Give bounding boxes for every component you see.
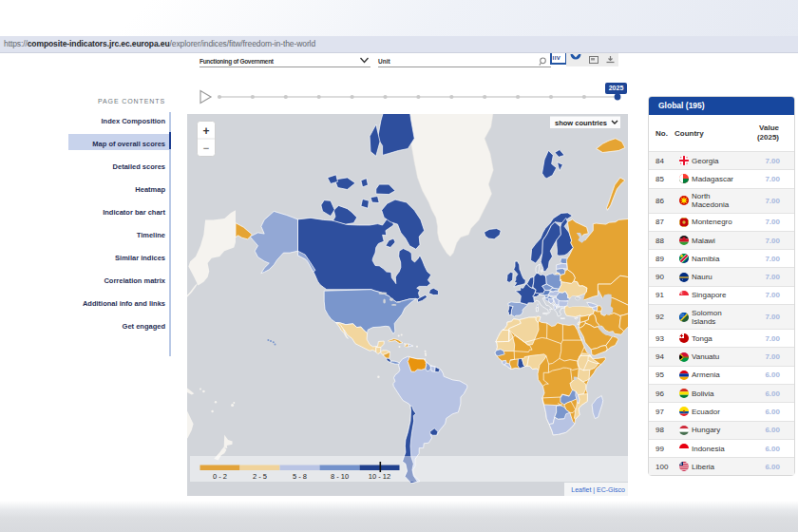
svg-text:0 - 2: 0 - 2 bbox=[213, 472, 227, 481]
svg-text:5 - 8: 5 - 8 bbox=[293, 472, 307, 481]
svg-text:show countries: show countries bbox=[555, 119, 607, 127]
svg-text:−: − bbox=[203, 142, 209, 154]
svg-text:10 - 12: 10 - 12 bbox=[369, 472, 390, 481]
svg-text:2 - 5: 2 - 5 bbox=[253, 472, 267, 481]
svg-text:Leaflet | EC-Gisco: Leaflet | EC-Gisco bbox=[571, 486, 625, 494]
svg-text:8 - 10: 8 - 10 bbox=[331, 472, 349, 481]
svg-text:+: + bbox=[202, 124, 209, 138]
